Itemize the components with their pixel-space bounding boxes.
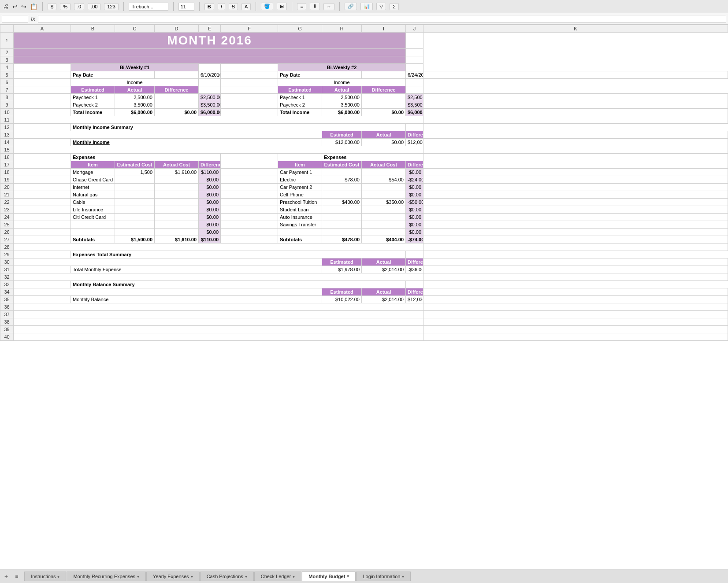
row-header-8[interactable]: 8 [0, 94, 14, 101]
cell-row28[interactable] [14, 244, 423, 251]
tab-login-information[interactable]: Login Information ▾ [356, 572, 411, 581]
sheet-list-icon[interactable]: ≡ [12, 572, 21, 580]
col-header-a[interactable]: A [14, 25, 71, 33]
row-header-36[interactable]: 36 [0, 303, 14, 311]
row-header-10[interactable]: 10 [0, 109, 14, 116]
col-header-e[interactable]: E [199, 25, 221, 33]
row-header-14[interactable]: 14 [0, 139, 14, 146]
cell-k14[interactable] [423, 139, 728, 146]
cell-b17[interactable] [14, 161, 71, 169]
tab-check-ledger[interactable]: Check Ledger ▾ [254, 572, 302, 581]
cell-b16[interactable] [14, 154, 71, 161]
row-header-33[interactable]: 33 [0, 281, 14, 288]
cell-b29[interactable] [14, 251, 71, 258]
row-header-24[interactable]: 24 [0, 214, 14, 221]
row-header-15[interactable]: 15 [0, 146, 14, 154]
row-header-5[interactable]: 5 [0, 71, 14, 79]
decimal00-btn[interactable]: .00 [88, 3, 100, 10]
row-header-6[interactable]: 6 [0, 79, 14, 86]
cell-d5[interactable] [155, 71, 199, 79]
cell-f16[interactable] [221, 154, 278, 161]
cell-k26[interactable] [423, 229, 728, 236]
align-mid-btn[interactable]: ⬇ [310, 3, 320, 10]
cell-b35[interactable] [14, 296, 71, 303]
cell-k30[interactable] [423, 258, 728, 266]
cell-k34[interactable] [423, 288, 728, 296]
row-header-11[interactable]: 11 [0, 116, 14, 124]
cell-k18[interactable] [423, 169, 728, 176]
cell-f23[interactable] [221, 206, 278, 214]
cell-k3[interactable] [406, 56, 423, 64]
cell-f7[interactable] [199, 86, 221, 94]
align-right-btn[interactable]: ↔ [323, 3, 334, 10]
cell-g6[interactable] [221, 79, 278, 86]
formula-input[interactable] [38, 15, 726, 23]
row-header-9[interactable]: 9 [0, 101, 14, 109]
cell-b10[interactable] [14, 109, 71, 116]
cell-i5[interactable] [362, 71, 406, 79]
cell-row15[interactable] [14, 146, 423, 154]
cell-k8[interactable] [423, 94, 728, 101]
col-header-g[interactable]: G [278, 25, 322, 33]
dollar-btn[interactable]: $ [48, 3, 56, 10]
fill-color-btn[interactable]: 🪣 [261, 3, 273, 10]
cell-b19[interactable] [14, 176, 71, 184]
percent-btn[interactable]: % [60, 3, 71, 10]
spreadsheet-container[interactable]: A B C D E F G H I J K 1 MONTH 2016 [0, 25, 728, 569]
cell-k23[interactable] [423, 206, 728, 214]
row-header-16[interactable]: 16 [0, 154, 14, 161]
cell-k2[interactable] [406, 49, 423, 56]
cell-row11[interactable] [14, 116, 423, 124]
cell-f25[interactable] [221, 221, 278, 229]
row-header-29[interactable]: 29 [0, 251, 14, 258]
cell-f21[interactable] [221, 191, 278, 199]
filter-btn[interactable]: ▽ [376, 3, 386, 10]
row-header-35[interactable]: 35 [0, 296, 14, 303]
row-header-32[interactable]: 32 [0, 273, 14, 281]
col-header-i[interactable]: I [362, 25, 406, 33]
cell-f9[interactable] [221, 101, 278, 109]
paste-icon[interactable]: 📋 [30, 3, 37, 10]
cell-b33[interactable] [14, 281, 71, 288]
cell-f19[interactable] [221, 176, 278, 184]
cell-k28[interactable] [423, 244, 728, 251]
cell-f5[interactable] [221, 71, 278, 79]
tab-monthly-budget[interactable]: Monthly Budget ▾ [302, 572, 356, 581]
cell-reference-input[interactable] [2, 15, 28, 23]
cell-k19[interactable] [423, 176, 728, 184]
cell-b24[interactable] [14, 214, 71, 221]
cell-b25[interactable] [14, 221, 71, 229]
cell-k15[interactable] [423, 146, 728, 154]
decimal0-btn[interactable]: .0 [74, 3, 84, 10]
cell-k29[interactable] [406, 251, 423, 258]
cell-k4[interactable] [406, 64, 423, 71]
row-header-3[interactable]: 3 [0, 56, 14, 64]
col-header-h[interactable]: H [322, 25, 362, 33]
cell-f24[interactable] [221, 214, 278, 221]
chart-btn[interactable]: 📊 [360, 3, 373, 10]
row-header-12[interactable]: 12 [0, 124, 14, 131]
cell-b8[interactable] [14, 94, 71, 101]
cell-f26[interactable] [221, 229, 278, 236]
col-header-b[interactable]: B [71, 25, 115, 33]
cell-k16[interactable] [423, 154, 728, 161]
row-header-25[interactable]: 25 [0, 221, 14, 229]
tab-monthly-recurring[interactable]: Monthly Recurring Expenses ▾ [67, 572, 146, 581]
col-header-c[interactable]: C [115, 25, 155, 33]
cell-b12[interactable] [14, 124, 71, 131]
row-header-7[interactable]: 7 [0, 86, 14, 94]
row-header-39[interactable]: 39 [0, 326, 14, 333]
cell-g16[interactable] [278, 154, 322, 161]
cell-b4[interactable] [14, 64, 71, 71]
font-size-input[interactable] [178, 3, 194, 11]
row-header-18[interactable]: 18 [0, 169, 14, 176]
cell-k6[interactable] [406, 79, 423, 86]
format123-btn[interactable]: 123 [104, 3, 118, 10]
cell-k5[interactable] [423, 71, 728, 79]
cell-f6[interactable] [199, 79, 221, 86]
undo-icon[interactable]: ↩ [12, 3, 18, 10]
cell-f17[interactable] [221, 161, 278, 169]
underline-btn[interactable]: A [241, 3, 251, 10]
cell-b31[interactable] [14, 266, 71, 273]
cell-b18[interactable] [14, 169, 71, 176]
